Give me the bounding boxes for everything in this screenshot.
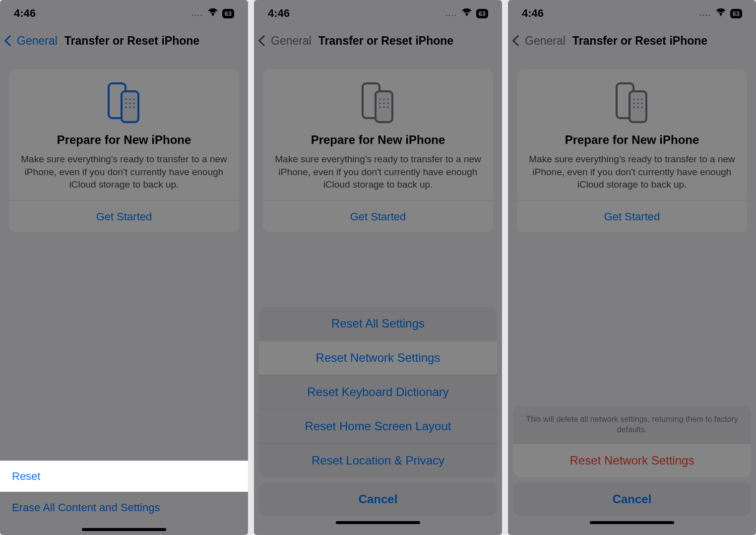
status-bar: 4:46 .... 63 <box>508 0 756 27</box>
svg-point-20 <box>383 106 384 108</box>
sheet-reset-location[interactable]: Reset Location & Privacy <box>259 443 497 477</box>
card-heading: Prepare for New iPhone <box>18 133 230 147</box>
cellular-icon: .... <box>699 9 711 17</box>
card-body: Make sure everything's ready to transfer… <box>526 153 738 191</box>
confirm-cancel-button[interactable]: Cancel <box>513 482 751 516</box>
confirm-action-sheet: This will delete all network settings, r… <box>508 406 756 535</box>
transfer-phones-icon <box>107 81 141 124</box>
prepare-card: Prepare for New iPhone Make sure everyth… <box>9 69 239 232</box>
card-heading: Prepare for New iPhone <box>526 133 738 147</box>
home-indicator <box>82 528 166 531</box>
sheet-reset-all[interactable]: Reset All Settings <box>259 307 497 340</box>
battery-icon: 63 <box>730 9 742 18</box>
page-title: Transfer or Reset iPhone <box>572 34 707 48</box>
svg-point-7 <box>133 102 134 104</box>
cellular-icon: .... <box>445 9 457 17</box>
svg-point-5 <box>125 102 126 104</box>
status-bar: 4:46 .... 63 <box>254 0 502 27</box>
erase-row[interactable]: Erase All Content and Settings <box>0 492 248 523</box>
back-label: General <box>17 34 58 48</box>
screenshot-pane-1: 4:46 .... 63 General Transfer or Reset i… <box>0 0 248 535</box>
sheet-reset-keyboard[interactable]: Reset Keyboard Dictionary <box>259 375 497 409</box>
svg-point-9 <box>129 106 130 108</box>
back-label: General <box>525 34 566 48</box>
nav-header: General Transfer or Reset iPhone <box>254 27 502 55</box>
back-button[interactable]: General <box>514 34 566 48</box>
status-time: 4:46 <box>522 7 544 20</box>
sheet-reset-home[interactable]: Reset Home Screen Layout <box>259 409 497 443</box>
svg-point-28 <box>637 102 638 104</box>
sheet-cancel-button[interactable]: Cancel <box>259 482 497 516</box>
svg-point-16 <box>379 102 380 104</box>
svg-point-3 <box>129 98 130 100</box>
chevron-left-icon <box>512 35 524 47</box>
reset-row[interactable]: Reset <box>0 461 248 492</box>
status-time: 4:46 <box>268 7 290 20</box>
screenshot-pane-2: 4:46 .... 63 General Transfer or Reset i… <box>254 0 502 535</box>
svg-point-25 <box>637 98 638 100</box>
svg-point-24 <box>633 98 634 100</box>
battery-icon: 63 <box>222 9 234 18</box>
battery-icon: 63 <box>476 9 488 18</box>
svg-point-19 <box>379 106 380 108</box>
svg-point-4 <box>133 98 134 100</box>
svg-point-14 <box>383 98 384 100</box>
reset-action-sheet: Reset All Settings Reset Network Setting… <box>254 307 502 535</box>
get-started-button[interactable]: Get Started <box>18 201 230 223</box>
status-bar: 4:46 .... 63 <box>0 0 248 27</box>
home-indicator <box>590 521 674 524</box>
card-heading: Prepare for New iPhone <box>272 133 484 147</box>
svg-point-15 <box>387 98 388 100</box>
chevron-left-icon <box>4 35 16 47</box>
svg-point-10 <box>133 106 134 108</box>
svg-point-17 <box>383 102 384 104</box>
get-started-button[interactable]: Get Started <box>526 201 738 223</box>
screenshot-pane-3: 4:46 .... 63 General Transfer or Reset i… <box>508 0 756 535</box>
chevron-left-icon <box>258 35 270 47</box>
back-button[interactable]: General <box>260 34 312 48</box>
svg-point-2 <box>125 98 126 100</box>
wifi-icon <box>461 8 472 19</box>
svg-point-18 <box>387 102 388 104</box>
transfer-phones-icon <box>615 81 649 124</box>
svg-point-26 <box>641 98 642 100</box>
confirm-reset-network-button[interactable]: Reset Network Settings <box>513 443 751 477</box>
svg-point-13 <box>379 98 380 100</box>
back-button[interactable]: General <box>6 34 58 48</box>
prepare-card: Prepare for New iPhone Make sure everyth… <box>263 69 493 232</box>
svg-point-32 <box>641 106 642 108</box>
nav-header: General Transfer or Reset iPhone <box>0 27 248 55</box>
svg-point-21 <box>387 106 388 108</box>
transfer-phones-icon <box>361 81 395 124</box>
card-body: Make sure everything's ready to transfer… <box>272 153 484 191</box>
confirm-note: This will delete all network settings, r… <box>513 406 751 443</box>
status-time: 4:46 <box>14 7 36 20</box>
home-indicator <box>336 521 420 524</box>
wifi-icon <box>715 8 726 19</box>
get-started-button[interactable]: Get Started <box>272 201 484 223</box>
page-title: Transfer or Reset iPhone <box>318 34 453 48</box>
card-body: Make sure everything's ready to transfer… <box>18 153 230 191</box>
prepare-card: Prepare for New iPhone Make sure everyth… <box>517 69 747 232</box>
svg-point-6 <box>129 102 130 104</box>
bottom-options: Reset Erase All Content and Settings <box>0 461 248 535</box>
cellular-icon: .... <box>191 9 203 17</box>
svg-point-31 <box>637 106 638 108</box>
svg-point-27 <box>633 102 634 104</box>
sheet-reset-network[interactable]: Reset Network Settings <box>259 340 497 375</box>
nav-header: General Transfer or Reset iPhone <box>508 27 756 55</box>
svg-point-30 <box>633 106 634 108</box>
page-title: Transfer or Reset iPhone <box>64 34 199 48</box>
back-label: General <box>271 34 312 48</box>
svg-point-8 <box>125 106 126 108</box>
svg-point-29 <box>641 102 642 104</box>
wifi-icon <box>207 8 218 19</box>
